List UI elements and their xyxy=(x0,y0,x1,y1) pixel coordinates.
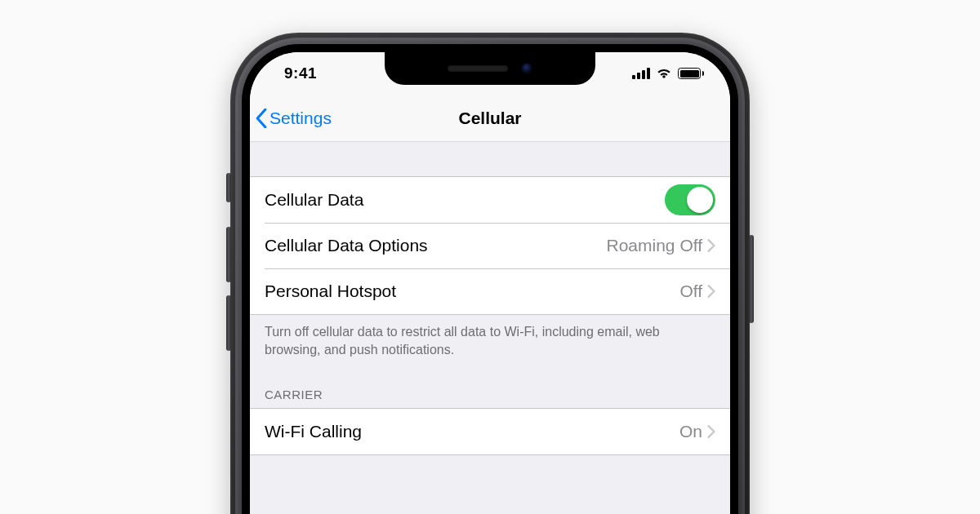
chevron-right-icon xyxy=(707,425,715,438)
row-wifi-calling[interactable]: Wi-Fi Calling On xyxy=(250,409,730,454)
row-cellular-data-options[interactable]: Cellular Data Options Roaming Off xyxy=(250,223,730,268)
screen: 9:41 Settings xyxy=(250,52,730,514)
battery-icon xyxy=(678,68,704,79)
silent-switch xyxy=(226,173,231,202)
status-time: 9:41 xyxy=(284,64,317,82)
settings-content: Cellular Data Cellular Data Options Roam… xyxy=(250,142,730,514)
carrier-section-header: CARRIER xyxy=(250,379,730,408)
speaker-grill xyxy=(448,65,508,72)
side-button xyxy=(749,235,754,323)
cellular-signal-icon xyxy=(632,68,650,79)
wifi-calling-label: Wi-Fi Calling xyxy=(265,422,362,441)
notch xyxy=(385,52,595,85)
chevron-right-icon xyxy=(707,239,715,252)
personal-hotspot-value: Off xyxy=(679,281,702,301)
chevron-left-icon xyxy=(255,109,268,128)
back-button[interactable]: Settings xyxy=(255,109,332,128)
chevron-right-icon xyxy=(707,285,715,298)
row-cellular-data[interactable]: Cellular Data xyxy=(250,177,730,223)
cellular-data-options-value: Roaming Off xyxy=(607,236,703,255)
personal-hotspot-label: Personal Hotspot xyxy=(265,281,396,301)
navigation-bar: Settings Cellular xyxy=(250,95,730,142)
cellular-data-toggle[interactable] xyxy=(665,184,715,215)
iphone-frame: 9:41 Settings xyxy=(230,33,750,514)
cellular-data-label: Cellular Data xyxy=(265,190,363,210)
wifi-icon xyxy=(656,68,672,79)
back-label: Settings xyxy=(270,109,332,128)
cellular-group: Cellular Data Cellular Data Options Roam… xyxy=(250,176,730,315)
carrier-group: Wi-Fi Calling On xyxy=(250,408,730,455)
wifi-calling-value: On xyxy=(679,422,702,441)
front-camera xyxy=(521,63,532,74)
cellular-group-footer: Turn off cellular data to restrict all d… xyxy=(250,315,730,379)
volume-down-button xyxy=(226,295,231,351)
row-personal-hotspot[interactable]: Personal Hotspot Off xyxy=(250,268,730,314)
cellular-data-options-label: Cellular Data Options xyxy=(265,236,428,255)
volume-up-button xyxy=(226,227,231,282)
